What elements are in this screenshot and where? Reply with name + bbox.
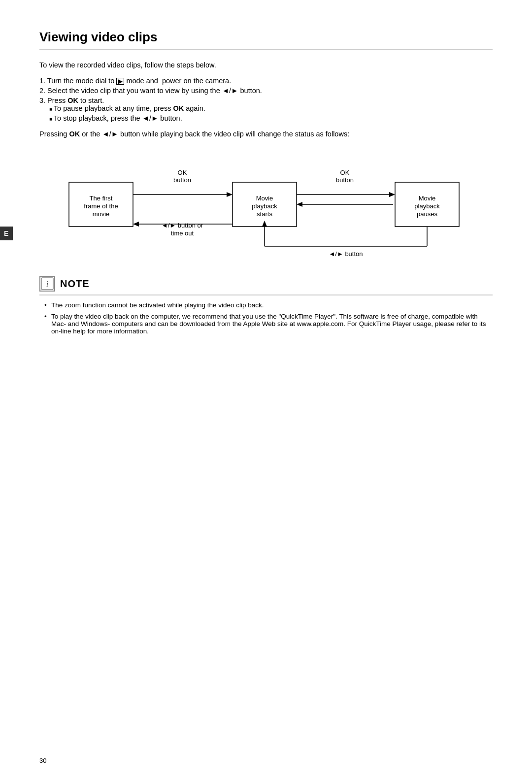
svg-text:pauses: pauses (417, 210, 437, 218)
svg-text:time out: time out (171, 229, 194, 237)
svg-marker-7 (227, 192, 233, 197)
diagram-svg: The first frame of the movie OK button ◄… (64, 148, 468, 261)
svg-text:The first: The first (90, 195, 113, 202)
svg-text:i: i (46, 280, 48, 288)
sidebar-e-label: E (0, 227, 13, 240)
svg-text:◄/► button or: ◄/► button or (162, 222, 203, 229)
step-3: 3. Press OK to start. To pause playback … (39, 97, 493, 122)
note-bullets: The zoom function cannot be activated wh… (39, 301, 493, 335)
svg-marker-19 (389, 192, 395, 197)
note-header: i NOTE (39, 276, 493, 292)
svg-marker-21 (297, 202, 302, 207)
note-section: i NOTE The zoom function cannot be activ… (39, 276, 493, 335)
note-bullet-1: The zoom function cannot be activated wh… (44, 301, 493, 309)
note-title: NOTE (60, 278, 90, 290)
svg-marker-11 (133, 222, 139, 227)
svg-text:Movie: Movie (419, 195, 436, 202)
svg-text:playback: playback (414, 202, 440, 210)
svg-text:button: button (173, 176, 191, 184)
sub-step-2: To stop playback, press the ◄/► button. (49, 114, 493, 122)
svg-text:OK: OK (340, 169, 350, 176)
svg-text:button: button (336, 176, 354, 184)
page-number: 30 (39, 757, 46, 764)
svg-text:movie: movie (93, 210, 110, 218)
step-1: 1. Turn the mode dial to ▶ mode and powe… (39, 77, 493, 85)
pressing-text: Pressing OK or the ◄/► button while play… (39, 130, 493, 138)
steps-list: 1. Turn the mode dial to ▶ mode and powe… (39, 77, 493, 122)
sub-step-1: To pause playback at any time, press OK … (49, 104, 493, 112)
diagram: The first frame of the movie OK button ◄… (39, 148, 493, 261)
note-icon: i (39, 276, 55, 292)
intro-text: To view the recorded video clips, follow… (39, 61, 493, 69)
page-title: Viewing video clips (39, 30, 493, 45)
svg-text:starts: starts (257, 210, 272, 218)
svg-text:playback: playback (252, 202, 277, 210)
note-bullet-2: To play the video clip back on the compu… (44, 313, 493, 335)
svg-text:◄/► button: ◄/► button (329, 250, 363, 258)
svg-text:frame of the: frame of the (84, 202, 118, 210)
note-divider (39, 294, 493, 295)
svg-text:OK: OK (178, 169, 187, 176)
step-2: 2. Select the video clip that you want t… (39, 87, 493, 95)
svg-text:Movie: Movie (256, 195, 273, 202)
title-divider (39, 49, 493, 50)
